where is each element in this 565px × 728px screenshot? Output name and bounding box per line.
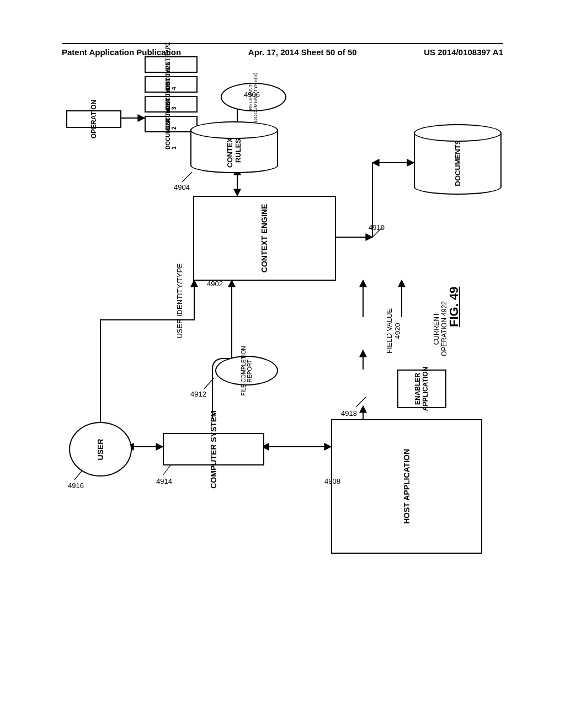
ref-4912: 4912 bbox=[190, 390, 206, 398]
computer-system-box: COMPUTER SYSTEM bbox=[163, 433, 264, 465]
documents-label: DOCUMENTS bbox=[454, 140, 462, 186]
user-label: USER bbox=[96, 438, 105, 460]
ref-4906: 4906 bbox=[244, 90, 260, 99]
file-completion-label: FILE COMPLETION REPORT bbox=[241, 346, 252, 395]
field-value-label: FIELD VALUE 4920 bbox=[385, 306, 402, 356]
figure-diagram: HOST APPLICATION ENABLER APPLICATION FIE… bbox=[66, 99, 502, 651]
doc-type-1: DOCUMENT TYPE 1 bbox=[145, 116, 198, 132]
page-header: Patent Application Publication Apr. 17, … bbox=[0, 43, 565, 57]
svg-line-18 bbox=[356, 397, 366, 407]
header-center: Apr. 17, 2014 Sheet 50 of 50 bbox=[248, 47, 357, 57]
ref-4916: 4916 bbox=[68, 481, 84, 490]
header-right: US 2014/0108397 A1 bbox=[424, 47, 503, 57]
file-completion-bubble: FILE COMPLETION REPORT bbox=[215, 356, 278, 386]
context-rules-cylinder: CONTEXT RULES bbox=[190, 121, 276, 176]
host-application-label: HOST APPLICATION bbox=[402, 449, 411, 524]
ref-4914: 4914 bbox=[156, 477, 172, 485]
user-ellipse: USER bbox=[69, 422, 132, 477]
doc-type-stack: DOCUMENT TYPE 4 DOCUMENT TYPE 3 DOCUMENT… bbox=[145, 56, 198, 136]
operation-label: OPERATION bbox=[90, 100, 98, 138]
operation-box: OPERATION bbox=[66, 110, 121, 128]
ref-4908: 4908 bbox=[324, 477, 340, 485]
host-application-box: HOST APPLICATION bbox=[331, 419, 482, 554]
ref-4910: 4910 bbox=[369, 223, 385, 232]
context-engine-label: CONTEXT ENGINE bbox=[260, 204, 269, 272]
computer-system-label: COMPUTER SYSTEM bbox=[209, 410, 218, 489]
documents-cylinder: DOCUMENTS bbox=[414, 124, 499, 199]
figure-number: FIG. 49 bbox=[447, 266, 461, 327]
user-identity-label: USER IDENTITY/TYPE bbox=[175, 260, 184, 342]
context-engine-box: CONTEXT ENGINE bbox=[193, 196, 336, 281]
header-left: Patent Application Publication bbox=[62, 47, 181, 57]
current-operation-label: CURRENT OPERATION 4922 bbox=[433, 296, 448, 362]
ref-4902: 4902 bbox=[207, 280, 223, 288]
ref-4918: 4918 bbox=[341, 409, 357, 417]
ref-4904: 4904 bbox=[174, 183, 190, 191]
enabler-application-label: ENABLER APPLICATION bbox=[414, 367, 429, 411]
enabler-application-box: ENABLER APPLICATION bbox=[397, 370, 446, 408]
